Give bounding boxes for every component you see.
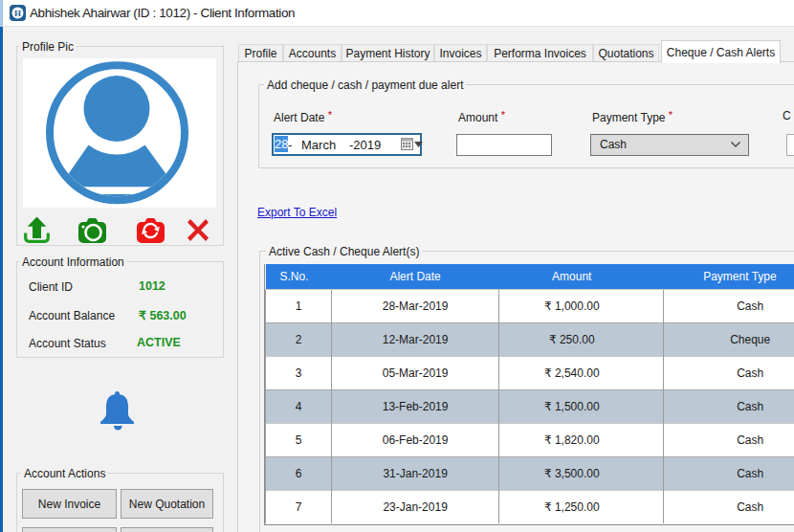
svg-text:H: H — [14, 9, 21, 18]
